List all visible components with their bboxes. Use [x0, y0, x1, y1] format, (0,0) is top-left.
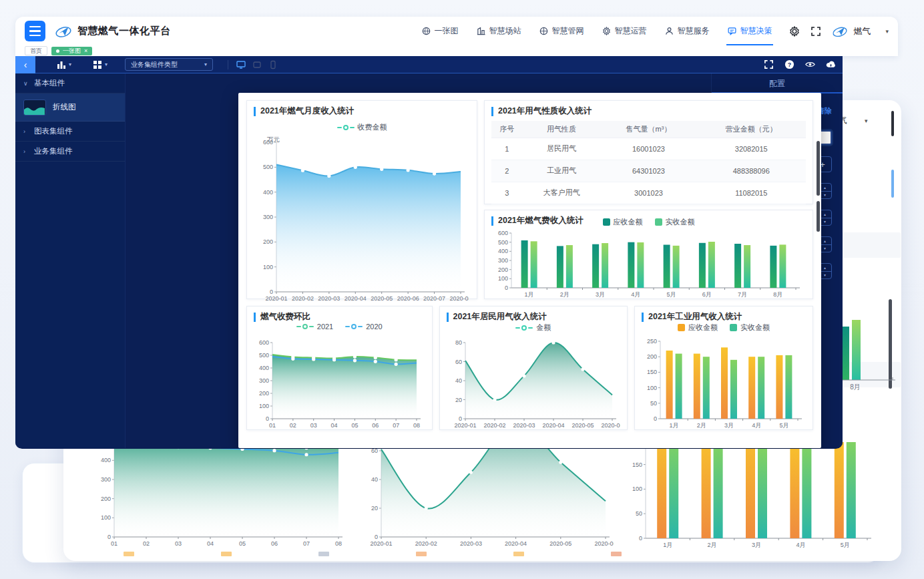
svg-text:06: 06 [372, 422, 379, 429]
svg-text:3月: 3月 [596, 291, 605, 298]
svg-text:0: 0 [107, 534, 111, 540]
component-sidebar: ∨基本组件折线图›图表集组件›业务集组件 [15, 73, 126, 448]
desktop-preview-icon[interactable] [236, 60, 246, 69]
svg-text:0: 0 [654, 415, 657, 422]
table-row: 1居民用气1600102332082015 [491, 138, 806, 160]
line-chart-thumbnail-icon [23, 100, 46, 116]
svg-text:1月: 1月 [525, 291, 534, 298]
svg-text:5月: 5月 [841, 542, 850, 548]
nav-item-5[interactable]: 智慧服务 [657, 17, 717, 45]
tablet-preview-icon[interactable] [252, 60, 262, 69]
svg-text:500: 500 [263, 164, 273, 170]
nav-item-3[interactable]: 智慧管网 [531, 17, 592, 45]
modal-scrollbar-thumb[interactable] [817, 201, 820, 232]
svg-text:2020-06: 2020-06 [397, 295, 419, 302]
svg-text:20: 20 [455, 397, 462, 403]
table-header: 营业金额（元） [696, 121, 806, 138]
svg-text:8月: 8月 [773, 291, 782, 298]
settings-gear-icon[interactable] [789, 26, 800, 37]
svg-text:2月: 2月 [708, 542, 717, 548]
chart-legend: 应收金额实收金额 [485, 217, 813, 227]
panel-huanbi: 燃气收费环比 20212020 010020030040050060001020… [246, 306, 433, 430]
legend-item[interactable]: 2021 [296, 323, 333, 331]
svg-text:0: 0 [375, 534, 378, 540]
navbar: 智慧燃气一体化平台 一张图智慧场站智慧管网智慧运营智慧服务智慧决策 燃气 ▾ [15, 17, 898, 45]
chevron-right-icon: › [23, 148, 29, 155]
back-button[interactable]: ‹ [15, 56, 35, 73]
svg-text:01: 01 [269, 422, 276, 429]
chart-component-dropdown[interactable]: ▾ [57, 60, 71, 69]
svg-text:07: 07 [303, 540, 310, 547]
config-title: 配置 [712, 73, 843, 93]
chart-fee-income: 01002003004005006001月2月3月4月5月6月7月8月 [491, 226, 806, 301]
svg-text:400: 400 [498, 248, 508, 254]
nav-item-4[interactable]: 智慧运营 [594, 17, 654, 45]
svg-text:2020-08: 2020-08 [449, 295, 469, 302]
bw-partial-row-hint [124, 552, 622, 556]
tab-home[interactable]: 首页 [25, 46, 47, 55]
menu-toggle-button[interactable] [25, 21, 45, 41]
help-icon[interactable]: ? [784, 59, 794, 69]
toolbar-right-icons: ? [764, 59, 836, 69]
widget-grid-dropdown[interactable]: ▾ [93, 60, 107, 69]
legend-item[interactable]: 应收金额 [678, 323, 718, 333]
sidebar-group-2[interactable]: ›图表集组件 [15, 122, 125, 142]
caret-down-icon: ▾ [204, 61, 207, 67]
sidebar-group-1[interactable]: ∨基本组件 [15, 73, 125, 93]
tab-active[interactable]: 一张图 × [51, 47, 92, 55]
svg-text:2020-03: 2020-03 [513, 422, 535, 429]
legend-item[interactable]: 实收金额 [655, 217, 695, 227]
svg-text:06: 06 [271, 540, 278, 547]
modal-scrollbar-thumb[interactable] [817, 141, 820, 196]
sidebar-group-3[interactable]: ›业务集组件 [15, 142, 125, 162]
legend-item[interactable]: 金额 [515, 323, 551, 333]
svg-text:2020-05: 2020-05 [571, 422, 594, 429]
component-type-select[interactable]: 业务集组件类型 ▾ [125, 58, 213, 71]
save-cloud-icon[interactable] [826, 59, 836, 69]
legend-item[interactable]: 收费金额 [337, 122, 387, 132]
svg-text:20: 20 [371, 505, 378, 512]
fullscreen-icon[interactable] [764, 59, 774, 69]
org-logo-icon [832, 23, 848, 39]
phone-preview-icon[interactable] [268, 60, 278, 69]
svg-text:5月: 5月 [779, 422, 788, 429]
svg-text:400: 400 [259, 365, 269, 371]
app-title: 智慧燃气一体化平台 [77, 25, 171, 37]
svg-text:0: 0 [459, 415, 462, 422]
svg-text:2020-05: 2020-05 [549, 540, 571, 547]
svg-text:3月: 3月 [724, 422, 734, 429]
svg-text:150: 150 [632, 461, 642, 468]
legend-item[interactable]: 2020 [345, 323, 382, 331]
svg-text:02: 02 [143, 540, 150, 547]
tab-close-icon[interactable]: × [84, 47, 87, 55]
svg-text:2020-02: 2020-02 [483, 422, 505, 429]
fullscreen-icon[interactable] [811, 26, 821, 37]
nav-item-2[interactable]: 智慧场站 [469, 17, 529, 45]
svg-text:07: 07 [393, 422, 399, 429]
svg-text:05: 05 [239, 540, 246, 547]
org-label: 燃气 [853, 25, 871, 37]
chart-legend: 应收金额实收金额 [635, 323, 813, 333]
legend-item[interactable]: 应收金额 [603, 217, 643, 227]
svg-text:400: 400 [263, 189, 273, 196]
canvas-area: 2021年燃气月度收入统计 收费金额 010020030040050060020… [126, 73, 711, 448]
caret-down-icon: ▾ [69, 61, 71, 67]
legend-item[interactable]: 实收金额 [730, 323, 770, 333]
panel-usage-table: 2021年用气性质收入统计 序号用气性质售气量（m³）营业金额（元） 1居民用气… [484, 100, 813, 204]
svg-text:03: 03 [175, 540, 182, 547]
app-logo-icon [55, 23, 72, 40]
nav-item-1[interactable]: 一张图 [414, 17, 466, 45]
sidebar-item-line-chart[interactable]: 折线图 [15, 93, 125, 122]
svg-text:04: 04 [331, 422, 338, 429]
svg-text:40: 40 [371, 476, 378, 483]
org-select[interactable]: 燃气 ▾ [853, 25, 889, 37]
bw-chart-huanbi: 01002003004005006000102030405060708 [91, 446, 346, 548]
nav-item-6[interactable]: 智慧决策 [720, 17, 780, 45]
svg-text:150: 150 [647, 369, 657, 375]
chart-legend: 收费金额 [247, 122, 477, 132]
panel-fee-income: 2021年燃气费收入统计 应收金额实收金额 010020030040050060… [484, 210, 813, 299]
svg-text:7月: 7月 [738, 291, 747, 298]
svg-text:1月: 1月 [670, 422, 679, 429]
preview-eye-icon[interactable] [805, 59, 815, 69]
caret-down-icon: ▾ [885, 28, 889, 35]
